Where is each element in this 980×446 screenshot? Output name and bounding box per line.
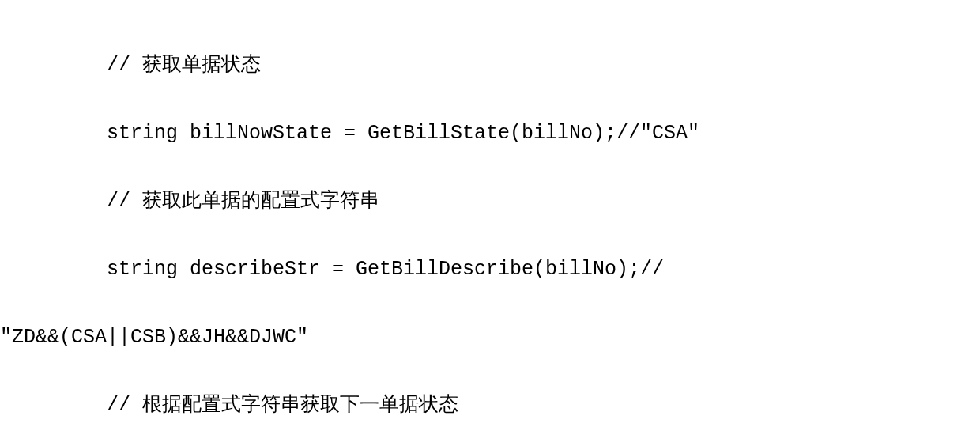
code-line: string describeStr = GetBillDescribe(bil… bbox=[0, 252, 980, 286]
code-text: string describeStr = GetBillDescribe(bil… bbox=[107, 258, 664, 281]
code-line: string billNowState = GetBillState(billN… bbox=[0, 116, 980, 150]
code-line: // 获取单据状态 bbox=[0, 48, 980, 82]
code-text: string billNowState = GetBillState(billN… bbox=[107, 122, 699, 145]
code-block: // 获取单据状态 string billNowState = GetBillS… bbox=[0, 14, 980, 446]
code-text: "ZD&&(CSA||CSB)&&JH&&DJWC" bbox=[0, 326, 308, 349]
code-text: // 获取单据状态 bbox=[107, 54, 261, 77]
code-line: // 获取此单据的配置式字符串 bbox=[0, 184, 980, 218]
code-line: "ZD&&(CSA||CSB)&&JH&&DJWC" bbox=[0, 320, 980, 354]
code-line: // 根据配置式字符串获取下一单据状态 bbox=[0, 388, 980, 422]
code-text: // 获取此单据的配置式字符串 bbox=[107, 190, 379, 213]
code-text: // 根据配置式字符串获取下一单据状态 bbox=[107, 394, 458, 417]
